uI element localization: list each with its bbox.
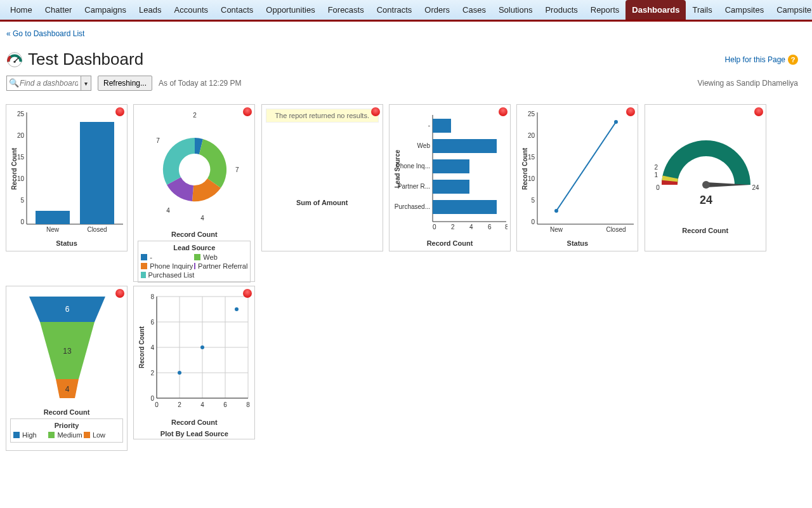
svg-text:6: 6 — [224, 401, 228, 408]
svg-text:4: 4 — [201, 401, 205, 408]
svg-text:4: 4 — [167, 207, 171, 214]
svg-text:25: 25 — [528, 110, 535, 117]
nav-contracts[interactable]: Contracts — [370, 0, 419, 20]
svg-text:6: 6 — [151, 319, 155, 326]
svg-text:Closed: Closed — [87, 226, 107, 233]
nav-trails[interactable]: Trails — [686, 0, 718, 20]
nav-solutions[interactable]: Solutions — [492, 0, 539, 20]
search-dropdown-toggle[interactable]: ▾ — [81, 76, 91, 91]
svg-text:4: 4 — [201, 215, 205, 222]
card-bar-status: 0510152025 New Closed Record Count Statu… — [6, 104, 128, 251]
funnel-legend: Priority High Medium Low — [10, 418, 123, 443]
top-nav: HomeChatterCampaignsLeadsAccountsContact… — [0, 0, 812, 22]
line-x-title: Status — [521, 239, 634, 247]
nav-contacts[interactable]: Contacts — [214, 0, 259, 20]
svg-text:Closed: Closed — [606, 226, 626, 233]
line-chart: 0510152025 New Closed Record Count — [521, 109, 635, 236]
search-icon: 🔍 — [9, 78, 19, 88]
donut-legend: Lead Source - Web Phone Inquiry Partner … — [138, 241, 251, 283]
svg-text:20: 20 — [528, 132, 535, 139]
nav-campaigns[interactable]: Campaigns — [78, 0, 133, 20]
svg-text:0: 0 — [433, 224, 436, 231]
svg-text:0: 0 — [20, 218, 24, 225]
nav-dashboards[interactable]: Dashboards — [625, 0, 686, 20]
empty-title: Sum of Amount — [266, 199, 379, 206]
refresh-button[interactable]: Refreshing... — [98, 76, 152, 91]
hbar-x-title: Record Count — [393, 239, 506, 247]
card-menu-icon[interactable] — [499, 107, 508, 116]
back-to-list-link[interactable]: « Go to Dashboard List — [6, 29, 806, 38]
svg-text:Record Count: Record Count — [138, 326, 145, 368]
card-menu-icon[interactable] — [371, 107, 380, 116]
page-title: Test Dashboard — [28, 50, 143, 69]
svg-text:4: 4 — [151, 344, 155, 351]
nav-opportunities[interactable]: Opportunities — [259, 0, 321, 20]
nav-home[interactable]: Home — [4, 0, 39, 20]
nav-accounts[interactable]: Accounts — [168, 0, 214, 20]
svg-text:10: 10 — [528, 175, 535, 182]
card-menu-icon[interactable] — [115, 107, 124, 116]
help-link[interactable]: Help for this Page ? — [725, 55, 798, 65]
toolbar: 🔍 ▾ Refreshing... As of Today at 12:29 P… — [6, 76, 806, 91]
card-scatter: 02468 02468 Record Count Record Count Pl… — [133, 286, 255, 439]
card-empty-report: The report returned no results. Sum of A… — [261, 104, 383, 251]
card-funnel-priority: 6 13 4 Record Count Priority High Medium… — [6, 286, 128, 451]
svg-text:2: 2 — [151, 370, 155, 377]
gauge-chart: 0 24 1 2 24 — [649, 109, 763, 223]
refresh-timestamp: As of Today at 12:29 PM — [159, 79, 242, 88]
svg-point-48 — [554, 209, 558, 213]
nav-leads[interactable]: Leads — [133, 0, 167, 20]
svg-text:7: 7 — [157, 137, 160, 144]
no-results-banner: The report returned no results. — [266, 109, 379, 123]
svg-text:20: 20 — [17, 132, 25, 139]
svg-text:24: 24 — [752, 184, 759, 191]
svg-text:0: 0 — [151, 395, 155, 402]
svg-rect-24 — [433, 139, 497, 153]
card-menu-icon[interactable] — [115, 289, 124, 298]
svg-rect-26 — [433, 180, 469, 194]
funnel-chart: 6 13 4 — [10, 290, 124, 404]
svg-text:7: 7 — [235, 166, 239, 173]
svg-text:24: 24 — [700, 194, 712, 206]
help-icon: ? — [788, 55, 798, 65]
card-line-status: 0510152025 New Closed Record Count Statu… — [516, 104, 638, 251]
svg-text:Record Count: Record Count — [521, 147, 528, 190]
gauge-title: Record Count — [649, 227, 762, 234]
nav-products[interactable]: Products — [539, 0, 584, 20]
svg-text:1: 1 — [654, 171, 658, 178]
svg-text:6: 6 — [488, 224, 492, 231]
nav-campsite-reservations[interactable]: Campsite Reservations — [770, 0, 812, 20]
svg-text:5: 5 — [532, 197, 535, 204]
nav-cases[interactable]: Cases — [456, 0, 492, 20]
nav-campsites[interactable]: Campsites — [719, 0, 770, 20]
hbar-chart: - Web Phone Inq... Partner R... Purchase… — [393, 109, 508, 236]
svg-text:0: 0 — [155, 401, 159, 408]
svg-text:Purchased...: Purchased... — [395, 203, 430, 210]
svg-text:0: 0 — [656, 184, 660, 191]
svg-text:New: New — [46, 226, 60, 233]
svg-text:-: - — [428, 122, 430, 129]
bar-chart: 0510152025 New Closed Record Count — [10, 109, 124, 236]
card-menu-icon[interactable] — [754, 107, 763, 116]
nav-orders[interactable]: Orders — [418, 0, 456, 20]
svg-text:Web: Web — [417, 142, 431, 149]
svg-point-54 — [702, 181, 710, 189]
svg-rect-25 — [433, 159, 469, 173]
nav-chatter[interactable]: Chatter — [39, 0, 79, 20]
svg-point-49 — [614, 120, 618, 124]
page-header: Test Dashboard Help for this Page ? — [6, 50, 806, 69]
viewing-as-label: Viewing as Sandip Dhameliya — [697, 79, 798, 88]
nav-forecasts[interactable]: Forecasts — [322, 0, 370, 20]
scatter-chart: 02468 02468 Record Count — [138, 290, 252, 415]
svg-point-2 — [13, 60, 15, 62]
card-gauge: 0 24 1 2 24 Record Count — [645, 104, 766, 251]
svg-text:25: 25 — [17, 110, 25, 117]
svg-text:0: 0 — [532, 218, 535, 225]
svg-text:4: 4 — [65, 385, 70, 394]
scatter-title: Plot By Lead Source — [138, 430, 251, 438]
svg-rect-23 — [433, 119, 451, 133]
svg-text:15: 15 — [528, 154, 535, 161]
scatter-x-title: Record Count — [138, 418, 251, 426]
nav-reports[interactable]: Reports — [584, 0, 626, 20]
donut-title: Record Count — [138, 231, 251, 238]
